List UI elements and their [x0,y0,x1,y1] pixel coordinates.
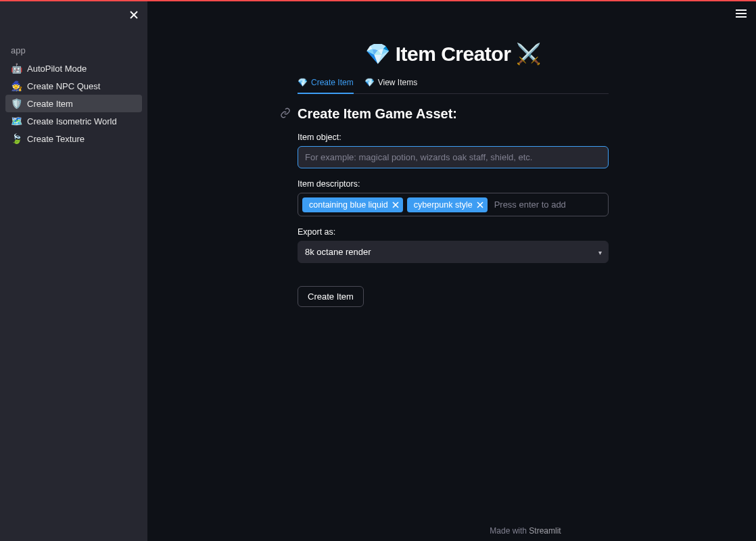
close-sidebar-button[interactable] [127,8,141,22]
sidebar-heading: app [5,45,142,55]
tab-create-item[interactable]: 💎Create Item [298,78,354,94]
sidebar-item-create-isometric-world[interactable]: 🗺️Create Isometric World [5,112,142,130]
close-icon [129,10,139,20]
sidebar-item-label: Create Isometric World [27,116,117,126]
sidebar-item-icon: 🗺️ [11,116,22,126]
footer-link[interactable]: Streamlit [529,526,561,536]
sidebar-item-create-texture[interactable]: 🍃Create Texture [5,130,142,147]
sidebar-item-icon: 🤖 [11,63,22,74]
item-object-input[interactable] [298,146,609,168]
close-icon [392,202,399,208]
sidebar-item-label: Create Texture [27,134,85,144]
gem-icon: 💎 [298,78,308,87]
item-descriptors-input[interactable]: containing blue liquidcyberpunk style [298,193,609,216]
footer: Made with Streamlit [295,526,756,536]
sidebar: app 🤖AutoPilot Mode🧙Create NPC Quest🛡️Cr… [0,1,147,541]
item-object-label: Item object: [298,133,609,142]
tab-view-items[interactable]: 💎View Items [364,78,417,94]
item-descriptors-text-input[interactable] [492,197,604,212]
tab-label: View Items [378,78,417,87]
remove-tag-button[interactable] [477,202,483,208]
descriptor-tag-label: cyberpunk style [414,200,473,210]
sidebar-item-icon: 🛡️ [11,98,22,109]
tab-label: Create Item [311,78,354,87]
sidebar-item-label: Create Item [27,99,73,109]
export-as-select[interactable]: 8k octane render [298,241,609,263]
remove-tag-button[interactable] [392,202,399,208]
main-content: 💎 Item Creator ⚔️ 💎Create Item💎View Item… [147,1,756,541]
sidebar-item-icon: 🍃 [11,133,22,144]
gem-icon: 💎 [364,78,375,87]
create-item-button[interactable]: Create Item [298,286,364,307]
descriptor-tag: cyberpunk style [407,197,488,212]
item-descriptors-label: Item descriptors: [298,179,609,189]
section-title: Create Item Game Asset: [298,106,457,122]
sidebar-item-create-item[interactable]: 🛡️Create Item [5,95,142,112]
sidebar-item-icon: 🧙 [11,80,22,91]
link-icon [280,108,291,120]
footer-prefix: Made with [490,526,529,536]
sidebar-item-label: Create NPC Quest [27,81,100,91]
descriptor-tag-label: containing blue liquid [309,200,388,210]
descriptor-tag: containing blue liquid [302,197,403,212]
page-title: 💎 Item Creator ⚔️ [298,42,609,66]
sidebar-item-autopilot-mode[interactable]: 🤖AutoPilot Mode [5,60,142,77]
close-icon [477,202,483,208]
export-as-label: Export as: [298,227,609,237]
tabs: 💎Create Item💎View Items [298,78,609,94]
sidebar-item-create-npc-quest[interactable]: 🧙Create NPC Quest [5,77,142,95]
sidebar-item-label: AutoPilot Mode [27,64,87,74]
